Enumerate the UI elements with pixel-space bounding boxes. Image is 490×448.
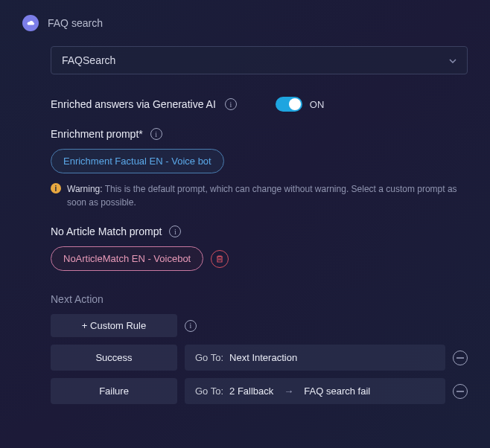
goto-label: Go To: (195, 352, 223, 363)
remove-button[interactable] (453, 351, 468, 365)
select-value: FAQSearch (62, 54, 115, 66)
goto-value: Next Interaction (229, 352, 297, 363)
enrichment-prompt-chip[interactable]: Enrichment Factual EN - Voice bot (51, 149, 224, 173)
info-icon[interactable]: i (169, 225, 181, 237)
page-title: FAQ search (48, 17, 103, 29)
remove-button[interactable] (453, 384, 468, 399)
goto-value-1: 2 Fallback (229, 385, 273, 397)
goto-value-2: FAQ search fail (304, 385, 370, 397)
success-button[interactable]: Success (51, 345, 177, 371)
enrichment-prompt-label: Enrichment prompt* (51, 128, 143, 140)
enriched-answers-label: Enriched answers via Generative AI (51, 98, 216, 110)
no-article-match-chip[interactable]: NoArticleMatch EN - Voicebot (51, 246, 203, 271)
goto-label: Go To: (195, 385, 223, 397)
warning-text: This is the default prompt, which can ch… (67, 184, 457, 208)
failure-goto-select[interactable]: Go To: 2 Fallback → FAQ search fail (185, 378, 445, 404)
info-icon[interactable]: i (225, 98, 237, 110)
faq-search-select[interactable]: FAQSearch (51, 46, 468, 74)
no-article-match-label: No Article Match prompt (51, 225, 162, 237)
enriched-toggle[interactable] (276, 97, 302, 112)
warning-icon: i (51, 183, 61, 193)
toggle-state-label: ON (310, 99, 325, 110)
chevron-down-icon (449, 57, 456, 65)
delete-button[interactable] (211, 250, 229, 268)
warning-box: i Warning: This is the default prompt, w… (51, 182, 468, 209)
arrow-right-icon: → (284, 385, 293, 397)
next-action-label: Next Action (51, 293, 468, 305)
failure-button[interactable]: Failure (51, 378, 177, 404)
info-icon[interactable]: i (150, 128, 162, 140)
warning-label: Warning: (67, 184, 103, 194)
success-goto-select[interactable]: Go To: Next Interaction (185, 345, 445, 371)
panel-header: FAQ search (22, 15, 468, 31)
custom-rule-button[interactable]: + Custom Rule (51, 314, 177, 337)
cloud-icon (22, 15, 39, 31)
info-icon[interactable]: i (185, 320, 197, 332)
